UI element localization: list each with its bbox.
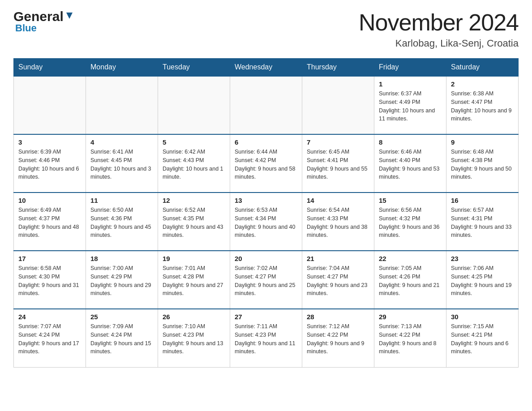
day-cell: 10Sunrise: 6:49 AM Sunset: 4:37 PM Dayli… [14, 193, 86, 251]
day-cell: 25Sunrise: 7:09 AM Sunset: 4:24 PM Dayli… [86, 309, 158, 367]
day-cell: 27Sunrise: 7:11 AM Sunset: 4:23 PM Dayli… [230, 309, 302, 367]
title-area: November 2024 Karlobag, Lika-Senj, Croat… [359, 9, 519, 49]
logo-blue-text: Blue [15, 22, 37, 34]
day-number: 22 [379, 255, 442, 262]
header-cell-tuesday: Tuesday [158, 59, 230, 77]
header-row: SundayMondayTuesdayWednesdayThursdayFrid… [14, 59, 519, 77]
day-cell: 20Sunrise: 7:02 AM Sunset: 4:27 PM Dayli… [230, 251, 302, 309]
day-cell: 26Sunrise: 7:10 AM Sunset: 4:23 PM Dayli… [158, 309, 230, 367]
day-cell: 23Sunrise: 7:06 AM Sunset: 4:25 PM Dayli… [446, 251, 519, 309]
day-cell [158, 76, 230, 134]
day-number: 5 [163, 138, 225, 146]
day-number: 1 [379, 80, 442, 88]
day-info: Sunrise: 6:46 AM Sunset: 4:40 PM Dayligh… [379, 148, 442, 181]
week-row-2: 3Sunrise: 6:39 AM Sunset: 4:46 PM Daylig… [14, 134, 519, 193]
day-info: Sunrise: 7:01 AM Sunset: 4:28 PM Dayligh… [163, 264, 225, 298]
day-cell: 15Sunrise: 6:56 AM Sunset: 4:32 PM Dayli… [374, 193, 446, 251]
header-cell-thursday: Thursday [302, 59, 374, 77]
month-title: November 2024 [359, 9, 519, 36]
day-cell: 21Sunrise: 7:04 AM Sunset: 4:27 PM Dayli… [302, 251, 374, 309]
header-cell-monday: Monday [86, 59, 158, 77]
day-number: 12 [163, 197, 225, 204]
day-number: 30 [451, 313, 514, 321]
day-number: 28 [307, 313, 369, 321]
header-cell-saturday: Saturday [446, 59, 519, 77]
day-cell [230, 76, 302, 134]
logo-general-text: General [13, 9, 64, 24]
day-info: Sunrise: 7:07 AM Sunset: 4:24 PM Dayligh… [18, 322, 81, 356]
day-number: 16 [451, 197, 514, 204]
day-cell: 18Sunrise: 7:00 AM Sunset: 4:29 PM Dayli… [86, 251, 158, 309]
day-cell: 12Sunrise: 6:52 AM Sunset: 4:35 PM Dayli… [158, 193, 230, 251]
day-number: 17 [18, 255, 81, 262]
day-info: Sunrise: 6:39 AM Sunset: 4:46 PM Dayligh… [18, 148, 81, 181]
day-number: 11 [90, 197, 153, 204]
week-row-5: 24Sunrise: 7:07 AM Sunset: 4:24 PM Dayli… [14, 309, 519, 367]
day-info: Sunrise: 7:10 AM Sunset: 4:23 PM Dayligh… [163, 322, 225, 356]
day-info: Sunrise: 7:11 AM Sunset: 4:23 PM Dayligh… [235, 322, 297, 356]
day-number: 24 [18, 313, 81, 321]
day-info: Sunrise: 6:57 AM Sunset: 4:31 PM Dayligh… [451, 206, 514, 240]
day-cell: 11Sunrise: 6:50 AM Sunset: 4:36 PM Dayli… [86, 193, 158, 251]
day-info: Sunrise: 7:06 AM Sunset: 4:25 PM Dayligh… [451, 264, 514, 298]
day-cell: 2Sunrise: 6:38 AM Sunset: 4:47 PM Daylig… [446, 76, 519, 134]
day-cell: 8Sunrise: 6:46 AM Sunset: 4:40 PM Daylig… [374, 134, 446, 193]
header: General Blue November 2024 Karlobag, Lik… [13, 9, 519, 49]
day-number: 10 [18, 197, 81, 204]
day-cell: 6Sunrise: 6:44 AM Sunset: 4:42 PM Daylig… [230, 134, 302, 193]
day-number: 25 [90, 313, 153, 321]
day-cell: 13Sunrise: 6:53 AM Sunset: 4:34 PM Dayli… [230, 193, 302, 251]
day-info: Sunrise: 7:05 AM Sunset: 4:26 PM Dayligh… [379, 264, 442, 298]
day-number: 15 [379, 197, 442, 204]
day-cell: 7Sunrise: 6:45 AM Sunset: 4:41 PM Daylig… [302, 134, 374, 193]
day-cell: 3Sunrise: 6:39 AM Sunset: 4:46 PM Daylig… [14, 134, 86, 193]
day-info: Sunrise: 6:44 AM Sunset: 4:42 PM Dayligh… [235, 148, 297, 181]
day-cell: 30Sunrise: 7:15 AM Sunset: 4:21 PM Dayli… [446, 309, 519, 367]
week-row-1: 1Sunrise: 6:37 AM Sunset: 4:49 PM Daylig… [14, 76, 519, 134]
day-number: 3 [18, 138, 81, 146]
day-info: Sunrise: 6:54 AM Sunset: 4:33 PM Dayligh… [307, 206, 369, 240]
day-number: 26 [163, 313, 225, 321]
day-cell: 17Sunrise: 6:58 AM Sunset: 4:30 PM Dayli… [14, 251, 86, 309]
logo-arrow-icon [64, 11, 74, 21]
day-cell [86, 76, 158, 134]
day-info: Sunrise: 7:15 AM Sunset: 4:21 PM Dayligh… [451, 322, 514, 356]
day-info: Sunrise: 6:58 AM Sunset: 4:30 PM Dayligh… [18, 264, 81, 298]
day-info: Sunrise: 7:09 AM Sunset: 4:24 PM Dayligh… [90, 322, 153, 356]
day-cell: 22Sunrise: 7:05 AM Sunset: 4:26 PM Dayli… [374, 251, 446, 309]
day-cell: 29Sunrise: 7:13 AM Sunset: 4:22 PM Dayli… [374, 309, 446, 367]
day-cell [302, 76, 374, 134]
day-info: Sunrise: 7:12 AM Sunset: 4:22 PM Dayligh… [307, 322, 369, 356]
day-cell: 1Sunrise: 6:37 AM Sunset: 4:49 PM Daylig… [374, 76, 446, 134]
header-cell-friday: Friday [374, 59, 446, 77]
day-info: Sunrise: 6:56 AM Sunset: 4:32 PM Dayligh… [379, 206, 442, 240]
day-number: 4 [90, 138, 153, 146]
day-number: 29 [379, 313, 442, 321]
day-cell: 4Sunrise: 6:41 AM Sunset: 4:45 PM Daylig… [86, 134, 158, 193]
day-number: 21 [307, 255, 369, 262]
day-cell: 24Sunrise: 7:07 AM Sunset: 4:24 PM Dayli… [14, 309, 86, 367]
day-info: Sunrise: 6:49 AM Sunset: 4:37 PM Dayligh… [18, 206, 81, 240]
day-info: Sunrise: 7:02 AM Sunset: 4:27 PM Dayligh… [235, 264, 297, 298]
calendar-table: SundayMondayTuesdayWednesdayThursdayFrid… [13, 58, 519, 368]
day-info: Sunrise: 7:00 AM Sunset: 4:29 PM Dayligh… [90, 264, 153, 298]
header-cell-wednesday: Wednesday [230, 59, 302, 77]
day-info: Sunrise: 6:53 AM Sunset: 4:34 PM Dayligh… [235, 206, 297, 240]
day-cell: 14Sunrise: 6:54 AM Sunset: 4:33 PM Dayli… [302, 193, 374, 251]
day-info: Sunrise: 6:50 AM Sunset: 4:36 PM Dayligh… [90, 206, 153, 240]
day-info: Sunrise: 6:45 AM Sunset: 4:41 PM Dayligh… [307, 148, 369, 181]
day-info: Sunrise: 7:13 AM Sunset: 4:22 PM Dayligh… [379, 322, 442, 356]
location-title: Karlobag, Lika-Senj, Croatia [359, 38, 519, 49]
day-info: Sunrise: 7:04 AM Sunset: 4:27 PM Dayligh… [307, 264, 369, 298]
day-number: 7 [307, 138, 369, 146]
day-number: 23 [451, 255, 514, 262]
day-cell: 16Sunrise: 6:57 AM Sunset: 4:31 PM Dayli… [446, 193, 519, 251]
day-number: 6 [235, 138, 297, 146]
week-row-4: 17Sunrise: 6:58 AM Sunset: 4:30 PM Dayli… [14, 251, 519, 309]
day-number: 8 [379, 138, 442, 146]
day-number: 27 [235, 313, 297, 321]
day-cell: 19Sunrise: 7:01 AM Sunset: 4:28 PM Dayli… [158, 251, 230, 309]
logo: General Blue [13, 9, 74, 34]
week-row-3: 10Sunrise: 6:49 AM Sunset: 4:37 PM Dayli… [14, 193, 519, 251]
day-info: Sunrise: 6:41 AM Sunset: 4:45 PM Dayligh… [90, 148, 153, 181]
